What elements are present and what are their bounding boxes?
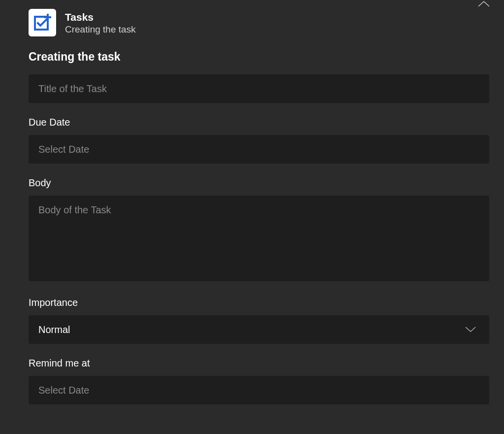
importance-selected-value: Normal <box>38 324 70 335</box>
chevron-down-icon <box>465 324 476 335</box>
section-title: Creating the task <box>29 50 504 64</box>
chevron-up-icon <box>477 0 490 8</box>
tasks-app-icon <box>29 9 56 36</box>
due-date-field-block: Due Date <box>29 117 489 164</box>
task-title-input[interactable] <box>29 74 489 103</box>
app-title: Tasks <box>65 11 136 23</box>
body-field-block: Body <box>29 177 489 283</box>
importance-select[interactable]: Normal <box>29 315 489 344</box>
remind-field-block: Remind me at <box>29 358 489 404</box>
importance-field-block: Importance Normal <box>29 297 489 344</box>
body-label: Body <box>29 177 489 189</box>
collapse-chevron[interactable] <box>477 0 490 10</box>
task-body-input[interactable] <box>29 196 489 281</box>
remind-date-input[interactable] <box>29 376 489 404</box>
due-date-label: Due Date <box>29 117 489 128</box>
task-form-panel: Tasks Creating the task Creating the tas… <box>0 0 504 404</box>
due-date-input[interactable] <box>29 135 489 164</box>
header-text: Tasks Creating the task <box>65 9 136 35</box>
importance-label: Importance <box>29 297 489 308</box>
title-field-block <box>29 74 489 103</box>
task-checkbox-icon <box>32 13 52 33</box>
remind-label: Remind me at <box>29 358 489 369</box>
importance-select-wrapper: Normal <box>29 315 489 344</box>
app-subtitle: Creating the task <box>65 24 136 35</box>
header: Tasks Creating the task <box>29 9 504 36</box>
